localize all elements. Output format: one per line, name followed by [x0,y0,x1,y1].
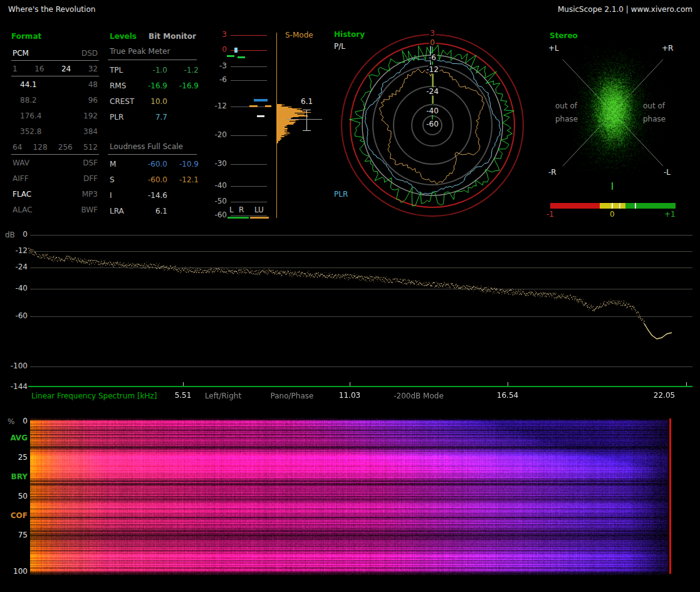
bitdepth-1: 1 [13,65,18,73]
ibeam-cap [303,130,311,131]
meter-scale-label: -6 [208,75,227,84]
meter-scale-line [231,202,267,202]
spectrum-ytick-label: -100 [4,361,28,370]
spectrum-xtick-label: 16.54 [497,391,518,400]
history-ring-label: -6 [429,53,436,62]
spectrogram-overlay-bry[interactable]: BRY [6,472,28,481]
meter-mark [257,115,264,117]
meter-scale-label: 0 [208,45,227,54]
format-row: PCM DSD [11,45,99,61]
spectrum-mode-label[interactable]: Linear Frequency Spectrum [kHz] [31,392,157,400]
m-value-2: -10.9 [167,160,199,169]
format-row-bitdepth: 1 16 24 32 [11,61,99,76]
meter-scale-line [231,135,267,136]
container-bwf: BWF [81,205,98,214]
tab-bit-monitor[interactable]: Bit Monitor [149,32,196,41]
spectrum-ytick-label: -40 [4,284,28,293]
loudness-title: Loudness Full Scale [110,142,183,151]
plr-value: 7.7 [136,113,167,122]
s-value-2: -12.1 [167,175,199,184]
spectrum-xtick-label: 22.05 [654,391,675,400]
spectrum-footer-toggle[interactable]: -200dB Mode [394,392,444,400]
spectrum-ytick-label: -24 [4,262,28,271]
tpl-left-value: -1.0 [136,66,167,75]
spectrogram-ytick-label: 100 [8,567,28,576]
format-divider [11,76,99,76]
correlation-marker [635,203,636,209]
loudness-row-lra: LRA 6.1 [110,203,199,219]
rms-right-value: -16.9 [167,81,199,90]
spectrum-ytick-label: -12 [4,246,28,255]
rate-384: 384 [83,127,98,136]
correlation-neg-label: -1 [546,210,554,219]
rate-352-8: 352.8 [20,127,41,136]
rate-44-1: 44.1 [20,80,37,89]
rms-label: RMS [110,81,136,90]
correlation-bar-segment-2 [625,203,676,209]
rate-192: 192 [83,112,98,120]
container-wav: WAV [13,158,29,167]
spectrum-footer-toggle[interactable]: Left/Right [205,392,241,400]
history-ring-label: 3 [430,29,435,38]
history-ring-label: -60 [426,120,439,128]
true-peak-rows: TPL -1.0 -1.2 RMS -16.9 -16.9 CREST 10.0… [110,62,199,125]
history-ring-label: 0 [430,38,435,47]
rms-left-value: -16.9 [136,81,167,90]
rate-88-2: 88.2 [20,96,37,105]
ibeam-cap [303,110,311,110]
true-peak-meter-title: True Peak Meter [110,47,170,56]
ibeam-hline [286,119,322,120]
meter-scale-label: -30 [208,159,227,168]
spectrum-xtick [686,382,687,386]
meter-scale-label: -20 [208,130,227,139]
spectrum-footer-toggle[interactable]: Pano/Phase [271,392,314,400]
meter-scale-line [231,216,267,216]
channel-label-lu: LU [254,205,264,214]
bitdepth-32: 32 [88,65,98,73]
loudness-row-s: S -60.0 -12.1 [110,172,199,187]
s-mode-toggle[interactable]: S-Mode [285,31,313,39]
format-divider [11,60,99,61]
format-row-dsdrate: 64 128 256 512 [11,139,99,155]
spectrogram-ytick-label: 50 [8,492,28,501]
format-dsd: DSD [81,49,98,58]
format-row-container: FLAC MP3 [11,186,99,202]
dsd-256: 256 [58,143,73,152]
meter-scale-line [231,80,267,81]
dsd-128: 128 [33,143,48,152]
spectrum-ytick-label: -144 [4,382,28,391]
meter-scale-label: 3 [208,30,227,39]
format-row-container: WAV DSF [11,155,99,170]
dsd-64: 64 [13,143,22,152]
meter-scale-line [231,186,267,187]
lra-histogram-canvas [277,100,325,145]
spectrum-ytick-label: -60 [4,311,28,320]
container-flac: FLAC [13,190,31,199]
tab-levels[interactable]: Levels [110,32,137,41]
ibeam-vline [306,110,307,131]
spectrogram-overlay-cof[interactable]: COF [6,511,28,520]
i-value: -14.6 [136,191,167,200]
meter-scale-label: -60 [208,210,227,219]
spectrogram-playhead-cursor[interactable] [669,418,671,574]
format-row-rate: 352.8 384 [11,123,99,139]
loudness-row-i: I -14.6 [110,187,199,203]
container-alac: ALAC [13,205,33,214]
format-panel-title: Format [11,32,41,41]
history-ring-label: -40 [426,106,439,115]
format-row-container: AIFF DFF [11,170,99,186]
format-pcm: PCM [13,49,29,58]
meter-scale-line [231,35,267,36]
spectrum-xtick-label: 5.51 [175,391,192,400]
spectrogram-overlay-avg[interactable]: AVG [6,434,28,442]
rate-96: 96 [88,96,98,105]
container-mp3: MP3 [82,190,98,199]
correlation-pos-label: +1 [664,210,676,219]
loudness-rows: M -60.0 -10.9 S -60.0 -12.1 I -14.6 LRA … [110,156,199,219]
spectrogram-ytick-label: 75 [8,531,28,539]
meter-mark [265,105,271,107]
container-dsf: DSF [83,158,98,167]
bitdepth-24: 24 [61,65,71,73]
format-divider [11,154,99,155]
meter-mark [254,99,268,101]
